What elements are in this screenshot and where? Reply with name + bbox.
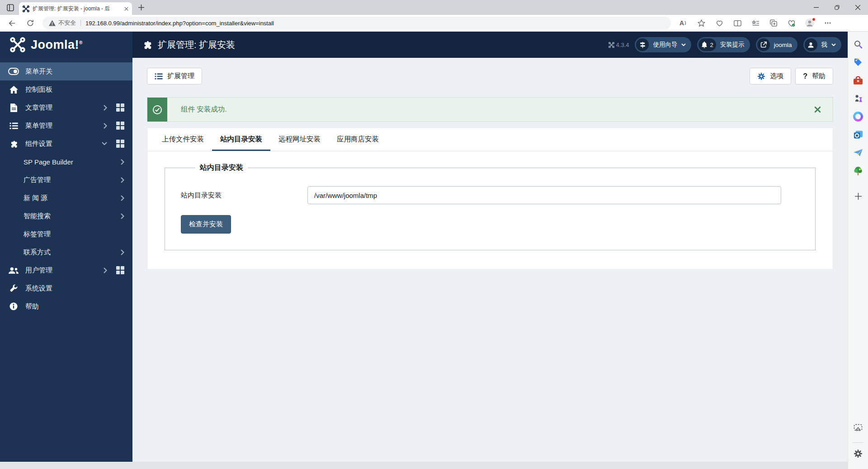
toolbar: 扩展管理 选项 ? 帮助 [147, 68, 833, 84]
dashboard-grid-icon[interactable] [116, 266, 124, 274]
toggle-icon [8, 68, 19, 75]
install-folder-input[interactable] [307, 186, 781, 204]
alert-message: 组件 安装成功. [167, 98, 802, 122]
back-icon[interactable] [4, 16, 19, 30]
browser-tab-strip: 扩展管理: 扩展安装 - joomla - 后 [0, 0, 868, 15]
tab-title: 扩展管理: 扩展安装 - joomla - 后 [33, 5, 124, 13]
sidebar-subitem-sp-page-builder[interactable]: SP Page Builder [0, 153, 132, 171]
sidebar-item-content[interactable]: 文章管理 [0, 98, 132, 117]
bell-icon [701, 42, 708, 48]
chevron-right-icon [121, 177, 124, 183]
refresh-icon[interactable] [23, 16, 38, 30]
view-site-button[interactable]: joomla [756, 37, 797, 52]
list-icon [155, 73, 163, 80]
tab-install-from-web[interactable]: 应用商店安装 [329, 128, 387, 151]
user-icon [807, 42, 814, 48]
chevron-right-icon [104, 267, 107, 273]
screenshot-icon[interactable] [852, 422, 864, 434]
copilot-icon[interactable] [852, 110, 864, 123]
tab-upload-package[interactable]: 上传文件安装 [154, 128, 212, 151]
joomla-mini-icon [609, 42, 614, 48]
tab-panel-install-from-folder: 站内目录安装 站内目录安装 检查并安装 [147, 151, 833, 269]
puzzle-icon [8, 140, 19, 148]
joomla-mark-icon [10, 37, 25, 52]
browser-address-bar: 不安全 192.168.0.99/administrator/index.php… [0, 15, 868, 32]
sidebar-item-users[interactable]: 用户管理 [0, 261, 132, 279]
chevron-down-icon [681, 43, 686, 46]
sidebar-item-menus[interactable]: 菜单管理 [0, 117, 132, 135]
minimize-button[interactable] [806, 0, 826, 15]
workspaces-icon[interactable] [4, 2, 17, 13]
tools-icon[interactable] [852, 74, 864, 87]
joomla-logo[interactable]: Joomla!® [0, 32, 132, 58]
tab-install-from-folder[interactable]: 站内目录安装 [212, 128, 270, 151]
read-aloud-icon[interactable]: A [676, 17, 690, 29]
edge-settings-gear-icon[interactable] [852, 447, 864, 460]
edge-sidebar [848, 32, 868, 469]
sidebar-subitem-smart-search[interactable]: 智能搜索 [0, 207, 132, 225]
essentials-icon[interactable] [712, 17, 726, 29]
toolbar-help-button[interactable]: ? 帮助 [795, 68, 833, 84]
split-screen-icon[interactable] [731, 17, 744, 29]
sidebar-item-dashboard[interactable]: 控制面板 [0, 80, 132, 98]
tab-close-icon[interactable] [124, 7, 128, 11]
admin-sidebar: 菜单开关 控制面板 文章管理 菜单管理 组件设置 SP Page Builder… [0, 58, 132, 462]
address-divider [80, 20, 81, 26]
avatar-notification-dot [812, 18, 816, 21]
sidebar-item-menu-toggle[interactable]: 菜单开关 [0, 62, 132, 80]
wrench-icon [8, 284, 19, 292]
close-button[interactable] [847, 0, 868, 15]
check-circle-icon [147, 98, 167, 122]
tab-install-from-url[interactable]: 远程网址安装 [270, 128, 329, 151]
rewards-icon[interactable] [785, 17, 798, 29]
options-button[interactable]: 选项 [750, 68, 791, 84]
sidebar-subitem-tags[interactable]: 标签管理 [0, 225, 132, 243]
extensions-manage-button[interactable]: 扩展管理 [147, 68, 202, 84]
sidebar-subitem-news-feeds[interactable]: 新 闻 源 [0, 189, 132, 207]
sidebar-divider [853, 442, 863, 443]
chevron-right-icon [121, 213, 124, 219]
browser-tab[interactable]: 扩展管理: 扩展安装 - joomla - 后 [19, 2, 132, 15]
sidebar-item-help[interactable]: 帮助 [0, 297, 132, 315]
sidebar-item-components[interactable]: 组件设置 [0, 135, 132, 153]
guided-tour-button[interactable]: 使用向导 [635, 37, 691, 52]
signpost-icon [639, 42, 646, 48]
more-menu-icon[interactable] [821, 17, 835, 29]
favorite-star-icon[interactable] [694, 17, 708, 29]
restore-button[interactable] [826, 0, 847, 15]
external-link-icon [760, 42, 767, 48]
not-secure-icon [49, 20, 56, 26]
chevron-right-icon [121, 159, 124, 165]
sidebar-item-system[interactable]: 系统设置 [0, 279, 132, 297]
drop-flight-icon[interactable] [852, 146, 864, 159]
success-alert: 组件 安装成功. [147, 97, 833, 122]
alert-close-button[interactable] [802, 98, 833, 122]
install-card: 上传文件安装 站内目录安装 远程网址安装 应用商店安装 站内目录安装 站内目录安… [147, 127, 833, 270]
shopping-icon[interactable] [852, 56, 864, 69]
gear-icon [757, 72, 765, 80]
search-icon[interactable] [852, 38, 864, 51]
dashboard-grid-icon[interactable] [116, 140, 124, 148]
dashboard-grid-icon[interactable] [116, 103, 124, 112]
user-menu-button[interactable]: 我 [803, 37, 842, 52]
install-folder-fieldset: 站内目录安装 站内目录安装 检查并安装 [165, 163, 816, 250]
post-install-messages-button[interactable]: 2 安装提示 [697, 37, 750, 52]
sidebar-subitem-contacts[interactable]: 联系方式 [0, 243, 132, 261]
duplicate-tab-icon[interactable] [767, 17, 780, 29]
check-and-install-button[interactable]: 检查并安装 [181, 215, 231, 234]
dashboard-grid-icon[interactable] [116, 122, 124, 130]
url-field[interactable]: 不安全 192.168.0.99/administrator/index.php… [42, 17, 671, 29]
tree-icon[interactable] [852, 164, 864, 177]
security-label: 不安全 [58, 19, 76, 27]
games-icon[interactable] [852, 92, 864, 105]
page-title: 扩展管理: 扩展安装 [142, 39, 235, 51]
scrollbar-track[interactable] [0, 462, 848, 469]
sidebar-subitem-banners[interactable]: 广告管理 [0, 171, 132, 189]
avatar[interactable] [803, 17, 816, 29]
add-sidebar-icon[interactable] [852, 190, 864, 202]
collections-icon[interactable] [749, 17, 762, 29]
outlook-icon[interactable] [852, 128, 864, 141]
chevron-down-icon [102, 142, 107, 145]
chevron-down-icon [831, 43, 836, 46]
new-tab-button[interactable] [135, 1, 147, 14]
